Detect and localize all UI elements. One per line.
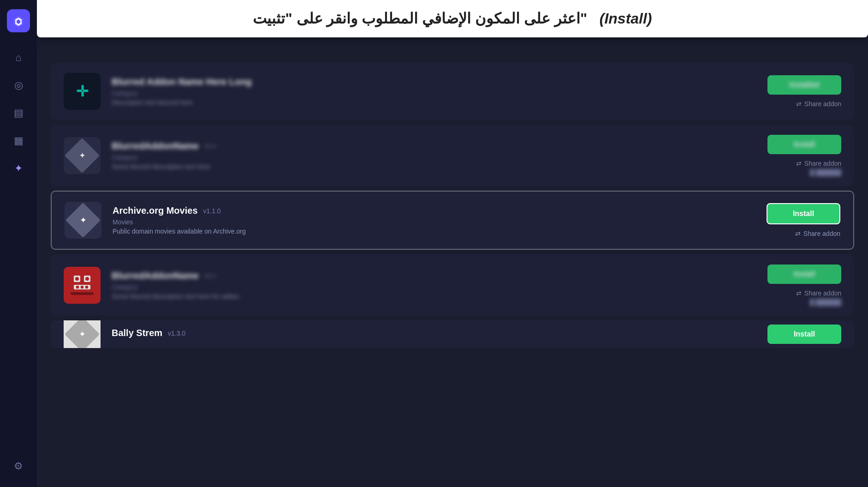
app-logo[interactable] — [7, 9, 30, 32]
addon-icon-archive — [65, 202, 101, 239]
addon-install-button[interactable]: Install — [767, 135, 841, 154]
sidebar: ⌂ ◎ ▤ ▦ ✦ ⚙ — [0, 0, 37, 487]
addon-actions-bally: Install — [758, 325, 841, 344]
addon-category-archive: Movies — [113, 218, 746, 226]
addon-info-bally: Bally Strem v1.3.0 — [112, 328, 747, 341]
addon-actions-archive: Install ⇄ Share addon — [757, 203, 840, 237]
share-addon-link-archive[interactable]: ⇄ Share addon — [795, 230, 840, 237]
addon-icon-bally — [64, 320, 101, 348]
addon-name-archive: Archive.org Movies — [113, 205, 198, 216]
addons-list: ✛ Blurred Addon Name Here Long Category … — [37, 55, 868, 487]
addon-card: BlurredAddonName v1.x Category Some blur… — [51, 125, 854, 186]
addon-desc: Some blurred description text here for a… — [112, 293, 747, 300]
addon-icon — [64, 137, 101, 174]
tooltip-install-en: (Install) — [600, 10, 652, 27]
share-icon: ⇄ — [796, 289, 802, 297]
diamond-icon — [65, 320, 100, 348]
addon-info-archive: Archive.org Movies v1.1.0 Movies Public … — [113, 205, 746, 235]
addon-install-button[interactable]: Install — [767, 265, 841, 284]
tooltip-arabic: "اعثر على المكون الإضافي المطلوب وانقر ع… — [253, 10, 587, 27]
sidebar-item-addons[interactable]: ✦ — [7, 157, 30, 180]
addon-install-button-archive[interactable]: Install — [767, 203, 840, 224]
share-addon-link[interactable]: ⇄ Share addon — [796, 100, 841, 108]
addon-installed-button[interactable]: Installed — [767, 75, 841, 95]
addon-category: Category — [112, 90, 747, 97]
addon-card-bally-strem: Bally Strem v1.3.0 Install — [51, 320, 854, 348]
share-label: Share addon — [804, 100, 841, 108]
addon-category: Category — [112, 154, 747, 161]
share-addon-link[interactable]: ⇄ Share addon — [796, 289, 841, 297]
share-addon-link[interactable]: ⇄ Share addon — [796, 160, 841, 167]
addon-info: Blurred Addon Name Here Long Category De… — [112, 77, 747, 106]
addon-version-archive: v1.1.0 — [203, 207, 221, 215]
installed-count: █ ██████ — [810, 299, 841, 306]
share-icon: ⇄ — [796, 100, 802, 108]
main-content: (Install) "اعثر على المكون الإضافي المطل… — [37, 0, 868, 487]
addon-actions: Install ⇄ Share addon █ ██████ — [758, 135, 841, 176]
sidebar-item-home[interactable]: ⌂ — [7, 46, 30, 69]
addon-icon: ✛ — [64, 73, 101, 110]
teal-plus-icon: ✛ — [76, 83, 89, 100]
addon-version: v1.x — [204, 142, 216, 150]
addon-name: BlurredAddonName — [112, 271, 199, 281]
share-label: Share addon — [803, 230, 840, 237]
diamond-icon — [65, 203, 101, 238]
installed-count: █ ██████ — [810, 169, 841, 176]
addon-desc: Some blurred description text here — [112, 163, 747, 170]
addon-actions: Installed ⇄ Share addon — [758, 75, 841, 108]
sidebar-item-discover[interactable]: ◎ — [7, 74, 30, 97]
addon-actions: Install ⇄ Share addon █ ██████ — [758, 265, 841, 306]
addon-info: BlurredAddonName v1.x Category Some blur… — [112, 141, 747, 170]
sidebar-item-settings[interactable]: ⚙ — [7, 455, 30, 478]
addon-desc: Description text blurred here — [112, 99, 747, 106]
sidebar-item-library[interactable]: ▤ — [7, 102, 30, 125]
tooltip-text: (Install) "اعثر على المكون الإضافي المطل… — [253, 8, 652, 29]
addon-install-button-bally[interactable]: Install — [767, 325, 841, 344]
addon-version-bally: v1.3.0 — [168, 330, 185, 337]
addon-version: v1.x — [204, 272, 216, 279]
addon-card-archive-movies: Archive.org Movies v1.1.0 Movies Public … — [51, 191, 854, 250]
addon-name: Blurred Addon Name Here Long — [112, 77, 252, 87]
diamond-icon — [65, 138, 100, 173]
addon-info: BlurredAddonName v1.x Category Some blur… — [112, 271, 747, 300]
share-label: Share addon — [804, 289, 841, 297]
share-label: Share addon — [804, 160, 841, 167]
share-icon: ⇄ — [795, 230, 801, 237]
addon-desc-archive: Public domain movies available on Archiv… — [113, 228, 746, 235]
tooltip-banner: (Install) "اعثر على المكون الإضافي المطل… — [37, 0, 868, 37]
addon-name-bally: Bally Strem — [112, 328, 162, 338]
addon-card: ✛ Blurred Addon Name Here Long Category … — [51, 63, 854, 120]
addon-category: Category — [112, 283, 747, 291]
addon-card: BlurredAddonName v1.x Category Some blur… — [51, 254, 854, 316]
share-icon: ⇄ — [796, 160, 802, 167]
addon-icon-red — [64, 267, 101, 304]
sidebar-item-calendar[interactable]: ▦ — [7, 129, 30, 152]
addon-name: BlurredAddonName — [112, 141, 199, 151]
